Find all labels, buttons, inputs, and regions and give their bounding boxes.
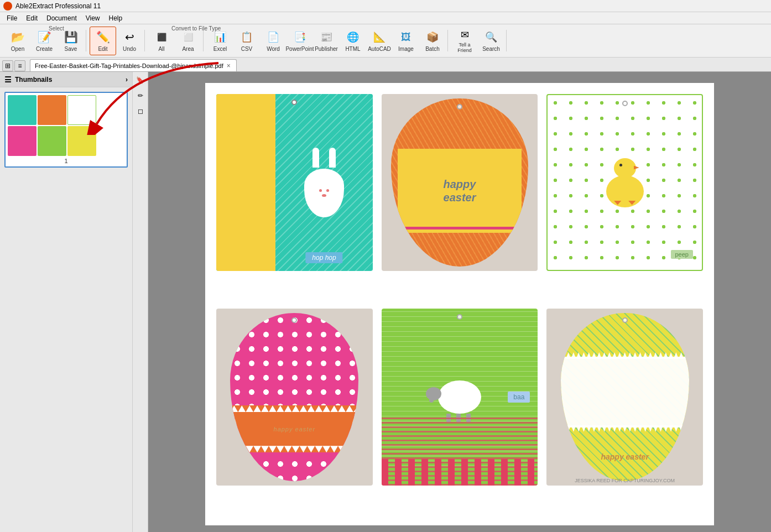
card-easter-egg: happy easter — [382, 94, 538, 271]
card-chick: peep — [546, 94, 703, 271]
create-icon: 📝 — [37, 29, 52, 45]
sidebar-list-toggle[interactable]: ≡ — [14, 60, 25, 71]
pink-egg-text: happy easter — [274, 426, 316, 432]
menu-document[interactable]: Document — [42, 13, 81, 23]
menu-view[interactable]: View — [81, 13, 105, 23]
tell-a-friend-label: Tell a Friend — [452, 43, 477, 54]
bunny-ears — [312, 148, 336, 168]
thumb-cell-4 — [8, 126, 37, 156]
tell-a-friend-icon: ✉ — [457, 28, 472, 41]
scallop-bottom — [561, 425, 689, 432]
undo-button[interactable]: ↩ Undo — [116, 27, 143, 55]
pink-egg-body: happy easter — [230, 313, 358, 481]
undo-label: Undo — [123, 46, 136, 52]
search-button[interactable]: 🔍 Search — [478, 27, 504, 55]
credit-text: JESSIKA REED FOR CAPTURINGJOY.COM — [575, 478, 675, 483]
tab-close-button[interactable]: × — [226, 62, 232, 70]
thumbnails-sidebar: ☰ Thumbnails › 1 — [0, 72, 133, 532]
bunny-eye-right — [326, 189, 329, 192]
chick-figure — [606, 158, 644, 207]
egg-orange-body: happy easter — [391, 98, 529, 267]
bunny-teal-area: hop hop — [275, 94, 372, 271]
all-button[interactable]: ⬛ All — [148, 27, 175, 55]
word-button[interactable]: 📄 Word — [260, 27, 286, 55]
app-icon — [3, 2, 12, 11]
sidebar-grid-toggle[interactable]: ⊞ — [2, 60, 13, 71]
autocad-label: AutoCAD — [368, 46, 391, 52]
save-button[interactable]: 💾 Save — [58, 27, 84, 55]
titlebar: Able2Extract Professional 11 — [0, 0, 771, 12]
card-hole-4 — [291, 317, 297, 323]
edit-button[interactable]: ✏️ Edit — [90, 27, 116, 55]
sidebar-content: 1 — [0, 87, 132, 532]
image-button[interactable]: 🖼 Image — [393, 27, 419, 55]
thumbnail-page-1[interactable]: 1 — [4, 92, 128, 168]
bunny-body — [304, 169, 344, 217]
easter-text: easter — [444, 191, 476, 204]
publisher-label: Publisher — [315, 46, 338, 52]
bookmark-icon[interactable]: 🔖 — [134, 74, 147, 86]
card-hole-5 — [457, 314, 462, 320]
bunny-eyes — [319, 189, 329, 192]
menu-help[interactable]: Help — [105, 13, 127, 23]
card-hole-3 — [622, 101, 628, 106]
egg-yellow-center: happy easter — [398, 149, 522, 233]
batch-label: Batch — [425, 46, 440, 52]
html-button[interactable]: 🌐 HTML — [340, 27, 366, 55]
happy-easter-text: happy easter — [444, 178, 476, 204]
document-view[interactable]: hop hop happy easter — [148, 72, 771, 532]
side-panel-icons: 🔖 ✏ ◻ — [133, 72, 148, 532]
csv-button[interactable]: 📋 CSV — [233, 27, 260, 55]
thumb-cell-1 — [8, 95, 37, 125]
edit-group: ✏️ Edit ↩ Undo — [87, 25, 145, 56]
edit-label: Edit — [98, 46, 107, 52]
create-button[interactable]: 📝 Create — [31, 27, 58, 55]
csv-label: CSV — [241, 46, 253, 52]
sheep-head — [426, 387, 441, 400]
card-hole-6 — [622, 317, 628, 323]
powerpoint-button[interactable]: 📑 PowerPoint — [286, 27, 313, 55]
menu-file[interactable]: File — [2, 13, 22, 23]
menu-edit[interactable]: Edit — [22, 13, 42, 23]
card-bunny: hop hop — [216, 94, 373, 271]
sidebar-close-arrow[interactable]: › — [126, 76, 128, 84]
word-label: Word — [267, 46, 280, 52]
pink-egg-orange-band: happy easter — [230, 405, 358, 452]
thumb-cell-5 — [38, 126, 66, 156]
batch-button[interactable]: 📦 Batch — [419, 27, 446, 55]
card-pink-egg: happy easter — [216, 309, 373, 486]
extra-group: ✉ Tell a Friend 🔍 Search — [449, 25, 507, 56]
search-icon: 🔍 — [483, 29, 499, 45]
stamp-icon[interactable]: ◻ — [134, 105, 147, 117]
yellow-egg-body: happy easter — [561, 313, 689, 481]
open-button[interactable]: 📂 Open — [4, 27, 31, 55]
sheep-body — [438, 380, 481, 414]
powerpoint-label: PowerPoint — [285, 46, 314, 52]
toolbar: Select Convert to File Type 📂 Open 📝 Cre… — [0, 24, 771, 58]
autocad-button[interactable]: 📐 AutoCAD — [366, 27, 393, 55]
area-icon: ⬜ — [180, 29, 196, 45]
chick-eye — [619, 164, 622, 166]
area-button[interactable]: ⬜ Area — [175, 27, 201, 55]
file-group: 📂 Open 📝 Create 💾 Save — [2, 25, 86, 56]
main-tab[interactable]: Free-Easter-Basket-Gift-Tag-Printables-D… — [30, 59, 237, 71]
all-icon: ⬛ — [154, 29, 169, 45]
card-yellow-egg: happy easter JESSIKA REED FOR CAPTURINGJ… — [546, 309, 703, 486]
open-label: Open — [11, 46, 24, 52]
undo-icon: ↩ — [122, 29, 137, 45]
chick-feet — [614, 201, 636, 205]
sidebar-header: ☰ Thumbnails › — [0, 72, 132, 87]
page-content: hop hop happy easter — [205, 83, 714, 525]
peep-tag: peep — [671, 250, 693, 259]
excel-button[interactable]: 📊 Excel — [207, 27, 233, 55]
app-title: Able2Extract Professional 11 — [15, 2, 101, 10]
thumb-mini-grid — [8, 95, 96, 156]
sheep-bottom-zigzag — [382, 459, 538, 486]
publisher-button[interactable]: 📰 Publisher — [313, 27, 340, 55]
bunny-ear-left — [312, 148, 319, 168]
annotation-icon[interactable]: ✏ — [134, 90, 147, 102]
tell-a-friend-button[interactable]: ✉ Tell a Friend — [451, 27, 478, 55]
happy-easter-center: happy easter — [230, 405, 358, 452]
chick-beak — [634, 166, 639, 170]
batch-icon: 📦 — [425, 29, 440, 45]
